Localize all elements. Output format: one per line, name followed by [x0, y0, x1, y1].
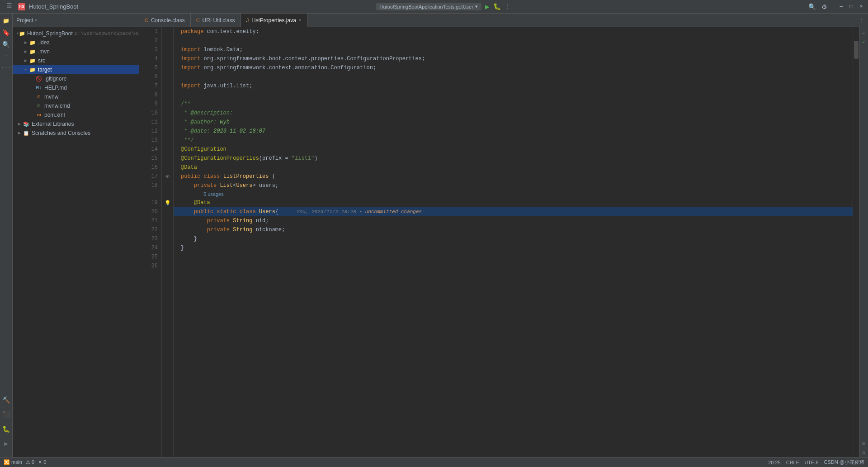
tree-src[interactable]: ▶ 📁 src — [13, 56, 139, 65]
close-button[interactable]: × — [858, 4, 864, 10]
ln-23: 23 — [143, 234, 158, 243]
file-tree: ▾ 📁 Hutool_SpringBoot D:\Web\WebWorkSpac… — [13, 27, 139, 467]
left-icon-build[interactable]: 🔨 — [1, 395, 12, 405]
code-line-23: } — [174, 234, 853, 243]
tab-console-icon: C — [145, 18, 148, 23]
file-panel: Project ▾ ▾ 📁 Hutool_SpringBoot D:\Web\W… — [13, 14, 139, 467]
tree-scratches[interactable]: ▶ 📋 Scratches and Consoles — [13, 129, 139, 138]
target-label: target — [38, 67, 52, 73]
maximize-button[interactable]: □ — [848, 4, 854, 10]
g19[interactable]: 💡 — [162, 198, 173, 207]
more-run-options[interactable]: ⋮ — [505, 3, 511, 10]
ln-18: 18 — [143, 181, 158, 190]
right-icon-settings2[interactable]: ⚙ — [860, 449, 868, 456]
code-line-22: private String nickname; — [174, 225, 853, 234]
root-label: Hutool_SpringBoot — [27, 30, 73, 37]
tree-extlibs[interactable]: ▶ 📚 External Libraries — [13, 119, 139, 129]
code-line-11: * @author: wyh — [174, 118, 853, 127]
code-line-20: public static class Users{ You, 2023/11/… — [174, 207, 853, 216]
ln-19: 19 — [143, 198, 158, 207]
tree-target[interactable]: ▾ 📁 target — [13, 65, 139, 74]
search-everywhere[interactable]: 🔍 — [808, 3, 816, 10]
status-crlf[interactable]: CRLF — [786, 460, 799, 465]
tree-pomxml[interactable]: 𝐦 pom.xml — [13, 110, 139, 119]
tab-console-label: Console.class — [151, 17, 185, 24]
tab-action-more[interactable]: ⋮ — [859, 17, 864, 24]
left-icon-project[interactable]: 📁 — [1, 15, 12, 26]
tab-listprops[interactable]: J ListProperties.java × — [241, 14, 307, 27]
code-line-13: **/ — [174, 136, 853, 145]
g8 — [162, 91, 173, 100]
code-line-10: * @description: — [174, 109, 853, 118]
tree-mvnw[interactable]: m mvnw — [13, 92, 139, 101]
left-icon-bottom: 🔨 ⬛ 🐛 ▶ ↓ — [1, 395, 12, 467]
tab-listprops-close[interactable]: × — [299, 18, 302, 23]
run-button[interactable]: ▶ — [485, 2, 490, 11]
debug-button[interactable]: 🐛 — [493, 3, 501, 10]
menu-icon[interactable]: ☰ — [4, 1, 14, 12]
code-content[interactable]: package com.test.eneity; import lombok.D… — [174, 27, 853, 467]
status-warnings[interactable]: ⚠ 0 — [26, 459, 34, 465]
src-expand[interactable]: ▶ — [23, 58, 29, 63]
left-icon-search[interactable]: 🔍 — [1, 39, 12, 50]
right-icon-check[interactable]: ✓ — [860, 38, 868, 45]
ln-11: 11 — [143, 118, 158, 127]
status-errors[interactable]: ✕ 0 — [38, 459, 46, 465]
tab-urlutil[interactable]: C URLUtil.class — [191, 14, 241, 27]
right-icon-edit[interactable]: ✏ — [860, 29, 868, 36]
src-label: src — [38, 57, 45, 64]
ln-7: 7 — [143, 81, 158, 91]
bulb-gutter-icon[interactable]: 💡 — [165, 200, 171, 206]
tab-urlutil-icon: C — [196, 18, 200, 23]
tab-console[interactable]: C Console.class — [139, 14, 191, 27]
ln-21: 21 — [143, 216, 158, 225]
scrollbar[interactable] — [853, 27, 859, 467]
target-expand[interactable]: ▾ — [23, 67, 29, 72]
minimize-button[interactable]: — — [838, 4, 844, 10]
left-icon-debug[interactable]: 🐛 — [1, 424, 12, 434]
tab-bar-actions: ⋮ — [852, 17, 868, 24]
g5 — [162, 63, 173, 72]
mvn-expand[interactable]: ▶ — [23, 49, 29, 54]
ln-4: 4 — [143, 54, 158, 63]
code-line-12: * @date: 2023-11-02 18:07 — [174, 127, 853, 136]
tree-helpmd[interactable]: M↓ HELP.md — [13, 83, 139, 92]
left-icon-more[interactable]: ··· — [1, 62, 12, 73]
code-line-16: @Data — [174, 163, 853, 172]
left-icon-run[interactable]: ▶ — [1, 438, 12, 449]
g20 — [162, 207, 173, 216]
right-icon-expand[interactable]: ⊞ — [860, 440, 868, 447]
left-icon-bookmark[interactable]: 🔖 — [1, 27, 12, 38]
code-line-21: private String uid; — [174, 216, 853, 225]
tree-root[interactable]: ▾ 📁 Hutool_SpringBoot D:\Web\WebWorkSpac… — [13, 29, 139, 38]
left-icon-bar: 📁 🔖 🔍 ↕ ··· 🔨 ⬛ 🐛 ▶ ↓ — [0, 14, 13, 467]
scratches-expand[interactable]: ▶ — [16, 130, 23, 136]
run-config[interactable]: HutoolSpringBootApplicationTests.getUser… — [376, 3, 481, 10]
ln-24: 24 — [143, 243, 158, 253]
status-bar: 🔀 main ⚠ 0 ✕ 0 20:25 CRLF UTF-8 CSDN @小花… — [0, 457, 868, 467]
status-charset[interactable]: UTF-8 — [804, 460, 818, 465]
scratches-label: Scratches and Consoles — [32, 130, 90, 136]
tree-gitignore[interactable]: 🚫 .gitignore — [13, 74, 139, 83]
tree-mvnwcmd[interactable]: m mvnw.cmd — [13, 101, 139, 110]
scrollbar-thumb[interactable] — [854, 41, 859, 59]
left-icon-git[interactable]: ↕ — [1, 51, 12, 62]
gitignore-label: .gitignore — [44, 76, 66, 82]
left-icon-terminal[interactable]: ⬛ — [1, 409, 12, 420]
panel-title[interactable]: Project ▾ — [16, 17, 37, 24]
ln-2: 2 — [143, 36, 158, 45]
status-branch[interactable]: 🔀 main — [4, 459, 22, 465]
tree-idea[interactable]: ▶ 📁 .idea — [13, 38, 139, 47]
root-folder-icon: 📁 — [19, 30, 25, 37]
idea-expand[interactable]: ▶ — [23, 40, 29, 45]
tree-mvn[interactable]: ▶ 📁 .mvn — [13, 47, 139, 56]
title-actions: 🔍 ⚙ — □ × — [808, 3, 864, 10]
extlibs-expand[interactable]: ▶ — [16, 121, 23, 127]
g17[interactable]: 👁 — [162, 172, 173, 181]
code-line-8 — [174, 91, 853, 100]
eye-gutter-icon[interactable]: 👁 — [165, 174, 170, 180]
settings-icon[interactable]: ⚙ — [821, 3, 827, 10]
code-editor[interactable]: 1 2 3 4 5 6 7 8 9 10 11 12 13 14 15 16 1 — [139, 27, 868, 467]
usages-hint: 5 usages — [174, 190, 853, 198]
status-right: 20:25 CRLF UTF-8 CSDN @小花皮猪 — [768, 459, 864, 466]
